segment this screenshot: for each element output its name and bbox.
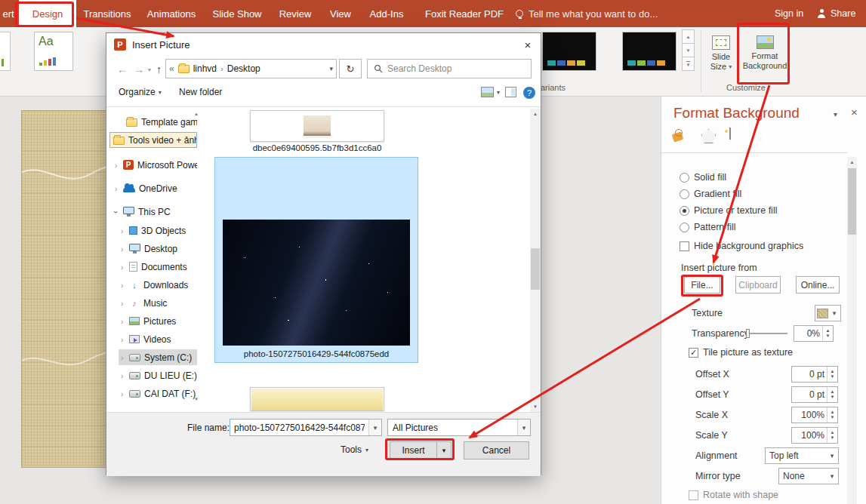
file-name-input[interactable] bbox=[230, 423, 368, 433]
address-dropdown-caret[interactable]: ▾ bbox=[329, 65, 333, 72]
spinner-steppers[interactable]: ▲▼ bbox=[827, 367, 837, 382]
tree-item-3d-objects[interactable]: › 3D Objects bbox=[119, 223, 197, 238]
scroll-up-arrow[interactable]: ▲ bbox=[530, 109, 541, 119]
scrollbar-thumb[interactable] bbox=[531, 248, 540, 290]
tab-review[interactable]: Review bbox=[274, 0, 316, 27]
alignment-dropdown[interactable]: Top left ▾ bbox=[765, 447, 839, 464]
tree-scroll-down[interactable]: ▼ bbox=[193, 397, 200, 401]
insert-dropdown-caret[interactable]: ▾ bbox=[436, 442, 451, 459]
chevron-right-icon[interactable]: › bbox=[112, 161, 119, 170]
mirror-type-dropdown[interactable]: None ▾ bbox=[778, 468, 839, 484]
scale-y-spinner[interactable]: 100% ▲▼ bbox=[791, 427, 838, 444]
theme-thumbnail-partial[interactable] bbox=[0, 32, 11, 71]
tree-item-system-c[interactable]: › System (C:) bbox=[119, 349, 197, 365]
search-box[interactable] bbox=[367, 59, 532, 78]
file-name-combo[interactable]: ▾ bbox=[230, 419, 382, 436]
tree-item-videos[interactable]: › Videos bbox=[119, 331, 197, 347]
pane-scrollbar[interactable]: ▲ bbox=[847, 157, 857, 504]
offset-y-spinner[interactable]: 0 pt ▲▼ bbox=[791, 386, 838, 403]
tree-item-this-pc[interactable]: › This PC bbox=[112, 204, 197, 220]
chevron-right-icon[interactable]: › bbox=[119, 226, 125, 235]
share-button[interactable]: Share bbox=[817, 0, 855, 27]
chevron-right-icon[interactable]: › bbox=[119, 353, 125, 362]
variant-thumbnail-1[interactable] bbox=[542, 32, 596, 71]
gallery-more-button[interactable]: ▼ bbox=[682, 57, 695, 71]
transparency-spinner[interactable]: 0% ▲▼ bbox=[794, 325, 834, 342]
help-button[interactable]: ? bbox=[523, 87, 535, 99]
scroll-down-arrow[interactable]: ▼ bbox=[530, 401, 541, 412]
recent-locations-caret[interactable]: ▾ bbox=[148, 66, 151, 73]
file-name-label[interactable]: dbec0e69400595.5b7fb3d1cc6a0 bbox=[204, 143, 430, 152]
organize-menu[interactable]: Organize ▾ bbox=[119, 87, 162, 97]
file-item-selected[interactable]: photo-1507275016429-544fc0875edd bbox=[214, 157, 418, 363]
slider-thumb[interactable] bbox=[746, 329, 750, 338]
tree-item-du-lieu-e[interactable]: › DU LIEU (E:) bbox=[119, 367, 197, 383]
pane-close-icon[interactable]: × bbox=[851, 106, 858, 118]
tab-view[interactable]: View bbox=[324, 0, 357, 27]
scroll-up-arrow[interactable]: ▲ bbox=[847, 157, 857, 167]
tree-item-pictures[interactable]: › Pictures bbox=[119, 313, 197, 329]
tab-insert-partial[interactable]: ert bbox=[0, 0, 17, 27]
texture-dropdown[interactable]: ▾ bbox=[815, 305, 841, 321]
chevron-right-icon[interactable]: › bbox=[119, 244, 125, 254]
search-input[interactable] bbox=[387, 63, 508, 74]
chevron-right-icon[interactable]: › bbox=[119, 389, 125, 398]
file-item-partial-top[interactable] bbox=[250, 110, 384, 142]
tab-design[interactable]: Design bbox=[19, 0, 76, 27]
hide-background-graphics-option[interactable]: Hide background graphics bbox=[680, 241, 803, 251]
dialog-close-button[interactable]: × bbox=[515, 33, 541, 56]
new-folder-button[interactable]: New folder bbox=[179, 87, 222, 97]
scale-x-spinner[interactable]: 100% ▲▼ bbox=[791, 407, 838, 423]
chevron-right-icon[interactable]: › bbox=[119, 281, 125, 290]
up-one-level-button[interactable]: ↑ bbox=[156, 63, 162, 75]
tree-item-downloads[interactable]: › ↓ Downloads bbox=[119, 277, 197, 293]
chevron-right-icon[interactable]: › bbox=[119, 335, 125, 344]
tab-animations[interactable]: Animations bbox=[142, 0, 201, 27]
tree-item-tools-video[interactable]: Tools video + ảnh bbox=[109, 132, 197, 148]
spinner-steppers[interactable]: ▲▼ bbox=[827, 428, 837, 443]
chevron-right-icon[interactable]: › bbox=[119, 299, 125, 308]
tree-item-documents[interactable]: › Documents bbox=[119, 259, 197, 275]
tab-add-ins[interactable]: Add-Ins bbox=[365, 0, 408, 27]
tree-item-microsoft-powerpoint[interactable]: › P Microsoft PowerP bbox=[112, 157, 197, 173]
tools-menu[interactable]: Tools ▾ bbox=[341, 444, 368, 455]
insert-button[interactable]: Insert ▾ bbox=[390, 441, 451, 459]
theme-thumbnail[interactable]: Aa bbox=[34, 32, 73, 71]
spinner-steppers[interactable]: ▲▼ bbox=[827, 407, 837, 423]
tab-slide-show[interactable]: Slide Show bbox=[210, 0, 264, 27]
tab-transitions[interactable]: Transitions bbox=[78, 0, 137, 27]
tab-foxit-reader-pdf[interactable]: Foxit Reader PDF bbox=[424, 0, 505, 27]
gallery-scroll-down-button[interactable]: ▼ bbox=[682, 43, 695, 57]
refresh-button[interactable]: ↻ bbox=[339, 59, 362, 78]
pane-options-caret-icon[interactable]: ▾ bbox=[834, 110, 837, 118]
breadcrumb-overflow-icon[interactable]: « bbox=[169, 63, 174, 74]
picture-tab[interactable] bbox=[729, 128, 731, 139]
offset-x-spinner[interactable]: 0 pt ▲▼ bbox=[791, 366, 838, 383]
tree-item-cai-dat-f[interactable]: › CAI DAT (F:) bbox=[119, 386, 197, 401]
tree-item-music[interactable]: › ♪ Music bbox=[119, 295, 197, 311]
tile-picture-option[interactable]: ✓ Tile picture as texture bbox=[689, 347, 793, 358]
chevron-right-icon[interactable]: › bbox=[119, 317, 125, 326]
transparency-slider[interactable] bbox=[746, 328, 787, 339]
tree-item-onedrive[interactable]: › OneDrive bbox=[112, 180, 197, 196]
spinner-steppers[interactable]: ▲▼ bbox=[822, 326, 833, 341]
files-scrollbar[interactable]: ▲ ▼ bbox=[530, 109, 541, 412]
variant-thumbnail-2[interactable] bbox=[622, 32, 676, 71]
pattern-fill-option[interactable]: Pattern fill bbox=[680, 222, 736, 232]
solid-fill-option[interactable]: Solid fill bbox=[680, 172, 726, 183]
tell-me-box[interactable]: Tell me what you want to do... bbox=[516, 0, 658, 27]
tree-scroll-up[interactable]: ▲ bbox=[193, 112, 200, 116]
file-item-partial-bottom[interactable] bbox=[250, 387, 384, 411]
gallery-scroll-up-button[interactable]: ▲ bbox=[682, 29, 695, 44]
tree-item-desktop[interactable]: › Desktop bbox=[119, 241, 197, 257]
chevron-right-icon[interactable]: › bbox=[112, 184, 119, 193]
breadcrumb-folder[interactable]: Desktop bbox=[227, 63, 260, 74]
picture-texture-fill-option[interactable]: Picture or texture fill bbox=[680, 205, 777, 216]
chevron-expanded-icon[interactable]: › bbox=[112, 208, 121, 215]
forward-button[interactable]: → bbox=[134, 63, 144, 75]
scrollbar-thumb[interactable] bbox=[848, 168, 856, 235]
spinner-steppers[interactable]: ▲▼ bbox=[827, 387, 837, 402]
chevron-right-icon[interactable]: › bbox=[119, 263, 125, 272]
file-button[interactable]: File... bbox=[684, 276, 720, 293]
rotate-with-shape-option[interactable]: Rotate with shape bbox=[689, 490, 778, 500]
